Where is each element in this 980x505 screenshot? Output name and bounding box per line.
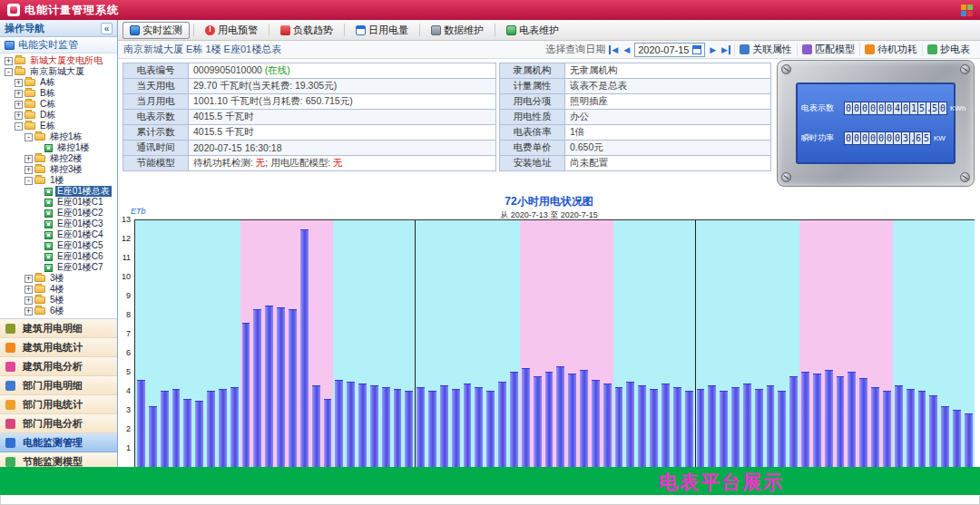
- tree-node[interactable]: E座01楼总表: [2, 186, 117, 197]
- tree-node[interactable]: +梯控2楼: [2, 153, 117, 164]
- expand-icon[interactable]: +: [5, 57, 13, 65]
- chart-bar: [335, 380, 343, 467]
- tree-node[interactable]: +A栋: [2, 77, 117, 88]
- sidebar-item[interactable]: 部门用电统计: [0, 395, 117, 414]
- chart-bar: [743, 384, 751, 467]
- folder-icon: [24, 112, 35, 119]
- next-day-button[interactable]: ▶: [709, 45, 717, 54]
- screw-icon: [781, 172, 791, 182]
- warning-icon: [205, 25, 215, 35]
- expand-icon[interactable]: +: [15, 90, 23, 98]
- sidebar-item[interactable]: 建筑用电明细: [0, 319, 117, 338]
- date-input[interactable]: 2020-07-15: [634, 43, 705, 57]
- first-day-button[interactable]: ◀: [609, 45, 619, 54]
- meter-icon: [44, 264, 53, 272]
- chart-bar: [464, 384, 472, 467]
- prev-day-button[interactable]: ◀: [622, 45, 631, 54]
- expand-icon[interactable]: +: [24, 275, 33, 283]
- expand-icon[interactable]: +: [24, 166, 33, 174]
- tree-node[interactable]: +C栋: [2, 99, 117, 110]
- meter-info-table-left: 电表编号0009905010000 (在线)当天用电29.70 千瓦时(当天耗费…: [122, 63, 496, 171]
- tree-node[interactable]: +B栋: [2, 88, 117, 99]
- tree-node[interactable]: +3楼: [2, 273, 117, 284]
- chart-bar: [813, 374, 821, 467]
- sidebar-item-realtime-supervision[interactable]: 电能实时监管: [0, 37, 117, 53]
- chart-bar: [650, 389, 658, 467]
- spacer: [34, 242, 43, 250]
- tree-node[interactable]: +6楼: [2, 306, 117, 316]
- info-row: 电费单价0.650元: [500, 141, 771, 156]
- tree-node[interactable]: E座01楼C1: [2, 197, 117, 208]
- tab-daily[interactable]: 日用电量: [348, 22, 416, 39]
- expand-icon[interactable]: +: [24, 296, 33, 305]
- chart-bar: [789, 376, 798, 467]
- sidebar-collapse-button[interactable]: «: [101, 23, 113, 34]
- tree-node[interactable]: +新城大厦变电所电: [2, 55, 117, 66]
- chart-bar: [568, 374, 576, 467]
- tree-node[interactable]: +D栋: [2, 110, 117, 121]
- tab-data[interactable]: 数据维护: [424, 22, 491, 39]
- footer-banner: 电表平台展示: [0, 467, 980, 495]
- folder-icon: [34, 177, 45, 184]
- expand-icon[interactable]: +: [15, 79, 23, 87]
- tree-node[interactable]: -E栋: [2, 121, 117, 131]
- folder-icon: [34, 275, 45, 282]
- tree-node[interactable]: E座01楼C4: [2, 229, 117, 240]
- chart-bar: [720, 391, 728, 467]
- expand-icon[interactable]: +: [24, 155, 33, 163]
- tree-node[interactable]: +梯控3楼: [2, 164, 117, 175]
- sidebar-item[interactable]: 电能监测管理: [0, 433, 117, 452]
- link-button[interactable]: 关联属性: [734, 43, 797, 56]
- tab-meter-maintain[interactable]: 电表维护: [499, 22, 566, 39]
- sidebar-item[interactable]: 建筑用电分析: [0, 357, 117, 376]
- info-row: 用电分项照明插座: [500, 94, 771, 110]
- collapse-icon[interactable]: -: [15, 122, 23, 131]
- energy-monitor-icon: [5, 438, 15, 448]
- expand-icon[interactable]: +: [15, 112, 23, 120]
- tree-node[interactable]: -梯控1栋: [2, 131, 117, 142]
- last-day-button[interactable]: ▶: [720, 45, 730, 54]
- tree-node[interactable]: +5楼: [2, 295, 117, 306]
- tab-trend[interactable]: 负载趋势: [273, 22, 340, 39]
- info-row: 计量属性该表不是总表: [500, 79, 771, 94]
- tree-node[interactable]: +4楼: [2, 284, 117, 295]
- tree-node[interactable]: E座01楼C3: [2, 219, 117, 229]
- standby-button[interactable]: 待机功耗: [859, 43, 922, 56]
- chart-bar: [172, 389, 181, 467]
- chart-bar: [673, 387, 681, 467]
- expand-icon[interactable]: +: [24, 307, 33, 316]
- read-meter-button[interactable]: 抄电表: [922, 43, 975, 56]
- chart-bar: [534, 376, 542, 467]
- collapse-icon[interactable]: -: [24, 133, 33, 141]
- tree-node[interactable]: E座01楼C7: [2, 262, 117, 273]
- y-tick-label: 9: [126, 291, 131, 300]
- tree-node[interactable]: E座01楼C2: [2, 208, 117, 219]
- sidebar-item[interactable]: 部门用电明细: [0, 376, 117, 395]
- model-button[interactable]: 匹配模型: [797, 43, 859, 56]
- tree-node[interactable]: 梯控1楼: [2, 142, 117, 153]
- collapse-icon[interactable]: -: [5, 68, 13, 76]
- chart-bar: [149, 406, 157, 467]
- tab-realtime[interactable]: 实时监测: [122, 22, 190, 39]
- expand-icon[interactable]: +: [15, 101, 23, 109]
- sidebar-item[interactable]: 建筑用电统计: [0, 338, 117, 357]
- sidebar-item[interactable]: 节能监测模型: [0, 452, 117, 467]
- usage-chart: 72小时用电状况图 从 2020-7-13 至 2020-7-15 ETb 13…: [118, 192, 980, 467]
- lcd-row: 瞬时功率00000003.65KW: [801, 131, 950, 145]
- info-value: 尚未配置: [565, 156, 771, 171]
- collapse-icon[interactable]: -: [24, 177, 33, 185]
- window-color-squares-icon[interactable]: [961, 5, 973, 16]
- sidebar-item[interactable]: 部门用电分析: [0, 414, 117, 433]
- tree-node[interactable]: -1楼: [2, 175, 117, 186]
- sidebar: 操作导航 « 电能实时监管 +新城大厦变电所电-南京新城大厦+A栋+B栋+C栋+…: [0, 20, 118, 467]
- tree-node[interactable]: E座01楼C6: [2, 251, 117, 262]
- chart-bar: [965, 413, 973, 467]
- chart-bar: [603, 384, 612, 467]
- chart-bar: [219, 389, 227, 467]
- tree-node[interactable]: -南京新城大厦: [2, 66, 117, 77]
- chart-bar: [300, 229, 309, 467]
- tab-warning[interactable]: 用电预警: [198, 22, 265, 39]
- tree-node[interactable]: E座01楼C5: [2, 240, 117, 251]
- expand-icon[interactable]: +: [24, 286, 33, 294]
- chart-bar: [289, 309, 297, 467]
